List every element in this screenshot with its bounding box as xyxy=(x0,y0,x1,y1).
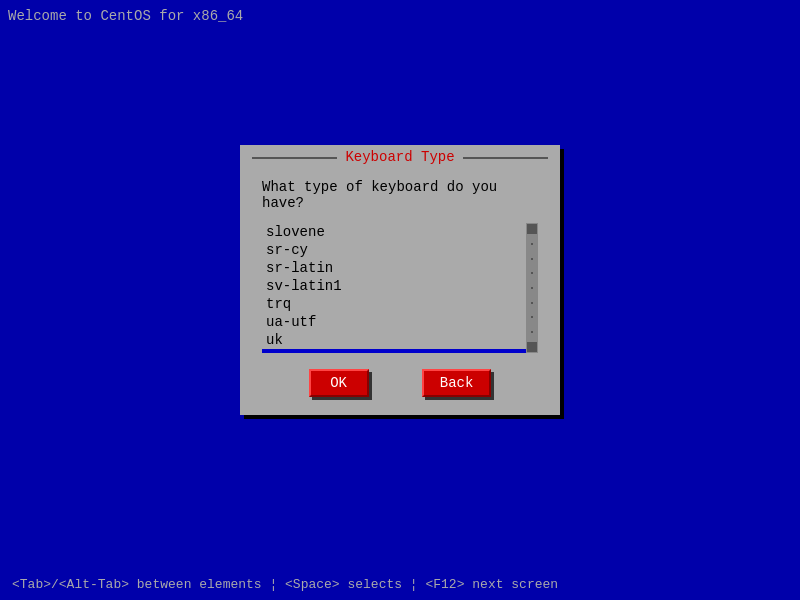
welcome-text: Welcome to CentOS for x86_64 xyxy=(8,8,243,24)
list-item[interactable]: sr-latin xyxy=(262,259,526,277)
buttons-row: OK Back xyxy=(262,369,538,397)
scroll-dots xyxy=(527,235,537,341)
ok-button[interactable]: OK xyxy=(309,369,369,397)
dialog-question: What type of keyboard do you have? xyxy=(262,179,538,211)
bottom-bar: <Tab>/<Alt-Tab> between elements ¦ <Spac… xyxy=(0,569,800,600)
list-item[interactable]: ua-utf xyxy=(262,313,526,331)
listbox-container: slovenesr-cysr-latinsv-latin1trqua-utfuk… xyxy=(262,223,538,353)
back-button[interactable]: Back xyxy=(422,369,492,397)
keyboard-listbox[interactable]: slovenesr-cysr-latinsv-latin1trqua-utfuk… xyxy=(262,223,526,353)
list-item[interactable]: sv-latin1 xyxy=(262,277,526,295)
list-item[interactable]: us xyxy=(262,349,526,353)
scroll-block-top xyxy=(527,224,537,234)
dialog-title: Keyboard Type xyxy=(337,149,462,165)
keyboard-type-dialog: Keyboard Type What type of keyboard do y… xyxy=(240,145,560,415)
scroll-track xyxy=(527,223,537,353)
list-item[interactable]: slovene xyxy=(262,223,526,241)
list-item[interactable]: trq xyxy=(262,295,526,313)
dialog-content: What type of keyboard do you have? slove… xyxy=(242,169,558,413)
list-item[interactable]: sr-cy xyxy=(262,241,526,259)
scrollbar[interactable] xyxy=(526,223,538,353)
list-item[interactable]: uk xyxy=(262,331,526,349)
dialog-title-bar: Keyboard Type xyxy=(242,147,558,169)
scroll-block-bottom xyxy=(527,342,537,352)
bottom-bar-text: <Tab>/<Alt-Tab> between elements ¦ <Spac… xyxy=(12,577,558,592)
